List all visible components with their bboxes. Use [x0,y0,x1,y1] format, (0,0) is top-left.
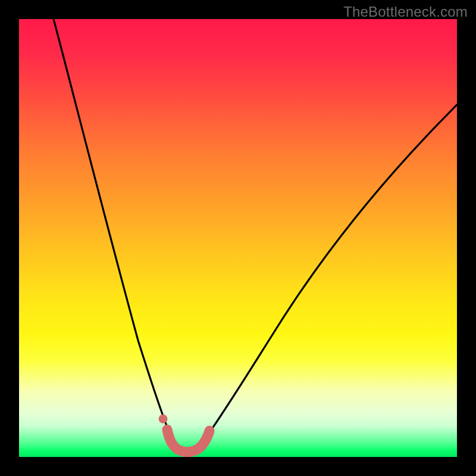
minimum-dot [159,415,168,424]
curve-path [54,19,457,453]
minimum-marker [167,430,209,452]
outer-frame: TheBottleneck.com [0,0,476,476]
watermark-text: TheBottleneck.com [343,4,468,20]
bottleneck-curve [19,19,457,457]
plot-area [19,19,457,457]
